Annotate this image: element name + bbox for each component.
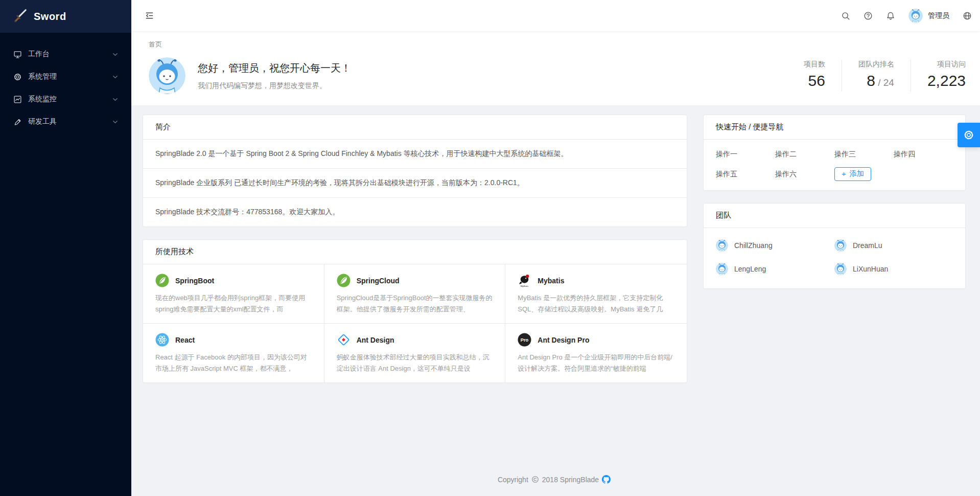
breadcrumb[interactable]: 首页 [149, 40, 162, 49]
search-icon[interactable] [841, 11, 850, 20]
tech-name: Ant Design Pro [538, 336, 589, 344]
app-logo[interactable]: Sword [0, 0, 131, 33]
username: 管理员 [928, 11, 949, 20]
chevron-down-icon [112, 52, 118, 57]
content-columns: 简介 SpringBlade 2.0 是一个基于 Spring Boot 2 &… [143, 115, 966, 383]
chevron-down-icon [112, 74, 118, 80]
team-member[interactable]: ChillZhuang [716, 239, 834, 252]
content-area: 简介 SpringBlade 2.0 是一个基于 Spring Boot 2 &… [131, 105, 980, 496]
cartoon-avatar-image [149, 57, 185, 94]
cartoon-avatar-image [716, 239, 728, 252]
member-name: DreamLu [853, 241, 882, 250]
tech-tile-ant-design: Ant Design 蚂蚁金服体验技术部经过大量的项目实践和总结，沉淀出设计语言… [324, 324, 506, 382]
react-icon [155, 333, 169, 347]
user-avatar [908, 9, 923, 23]
cartoon-avatar-image [908, 9, 923, 23]
svg-text:MyBatis: MyBatis [521, 285, 529, 287]
stat-value: 56 [804, 72, 825, 92]
quick-link-6[interactable]: 操作六 [775, 170, 797, 179]
team-member[interactable]: LengLeng [716, 263, 834, 275]
springcloud-icon [337, 274, 351, 287]
tech-desc: React 起源于 Facebook 的内部项目，因为该公司对市场上所有 Jav… [155, 352, 312, 374]
member-name: LiXunHuan [853, 265, 888, 273]
stat-value: 2,223 [927, 72, 966, 92]
tech-name: SpringCloud [357, 277, 400, 285]
intro-line: SpringBlade 2.0 是一个基于 Spring Boot 2 & Sp… [143, 140, 687, 169]
quick-start-title: 快速开始 / 便捷导航 [704, 115, 965, 140]
quick-link-4[interactable]: 操作四 [894, 150, 915, 159]
sidebar-item-label: 系统监控 [28, 95, 57, 104]
tech-card: 所使用技术 SpringBoot 现在的web项目几乎都会用到spring框架，… [143, 239, 687, 383]
sidebar-item-dev-tools[interactable]: 研发工具 [0, 110, 131, 133]
team-member[interactable]: LiXunHuan [834, 263, 953, 275]
globe-icon[interactable] [963, 11, 972, 20]
sidebar: Sword 工作台 系统管理 [0, 0, 131, 496]
top-header: 管理员 [131, 0, 980, 31]
quick-link-2[interactable]: 操作二 [775, 150, 797, 159]
cartoon-avatar-image [834, 239, 847, 252]
welcome-avatar [149, 57, 185, 94]
sidebar-item-label: 工作台 [28, 50, 50, 59]
intro-line: SpringBlade 企业版系列 已通过长时间生产环境的考验，现将其拆分出基础… [143, 169, 687, 198]
bell-icon[interactable] [886, 11, 895, 20]
tech-tile-react: React React 起源于 Facebook 的内部项目，因为该公司对市场上… [143, 324, 324, 382]
chevron-down-icon [112, 119, 118, 125]
plus-icon: + [842, 170, 846, 177]
quick-link-1[interactable]: 操作一 [716, 150, 737, 159]
sidebar-item-workbench[interactable]: 工作台 [0, 43, 131, 65]
sidebar-item-system-management[interactable]: 系统管理 [0, 65, 131, 88]
tech-tile-ant-design-pro: Pro Ant Design Pro Ant Design Pro 是一个企业级… [505, 324, 687, 382]
add-button[interactable]: + 添加 [834, 167, 871, 181]
member-name: LengLeng [734, 265, 766, 273]
quick-link-5[interactable]: 操作五 [716, 170, 737, 179]
welcome-text: 您好，管理员，祝您开心每一天！ 我们用代码编写梦想，用梦想改变世界。 [198, 61, 351, 91]
team-member[interactable]: DreamLu [834, 239, 953, 252]
tech-desc: 现在的web项目几乎都会用到spring框架，而要使用spring难免需要配置大… [155, 292, 312, 315]
member-avatar [716, 239, 728, 252]
chart-icon [13, 95, 22, 104]
stats-bar: 项目数 56 团队内排名 8 / 24 项目访问 2,223 [787, 60, 966, 92]
quick-link-3[interactable]: 操作三 [834, 150, 856, 159]
cartoon-avatar-image [834, 263, 847, 275]
settings-fab[interactable] [958, 123, 980, 147]
tech-desc: MyBatis 是一款优秀的持久层框架，它支持定制化 SQL、存储过程以及高级映… [518, 292, 674, 315]
github-icon[interactable] [602, 475, 611, 484]
page-header: 首页 您好，管理员，祝您开心每一天！ 我们用代码编写梦想，用梦想改变世界。 项目… [131, 31, 980, 105]
tech-name: Mybatis [538, 277, 564, 285]
monitor-icon [13, 50, 22, 59]
tech-desc: Ant Design Pro 是一个企业级开箱即用的中后台前端/设计解决方案。符… [518, 352, 674, 374]
tech-desc: 蚂蚁金服体验技术部经过大量的项目实践和总结，沉淀出设计语言 Ant Design… [337, 352, 493, 374]
tech-card-title: 所使用技术 [143, 240, 687, 264]
welcome-subtitle: 我们用代码编写梦想，用梦想改变世界。 [198, 81, 351, 91]
gear-icon [963, 129, 974, 141]
copyright-text: Copyright [498, 476, 528, 484]
app-title: Sword [34, 11, 66, 22]
tech-desc: SpringCloud是基于SpringBoot的一整套实现微服务的框架。他提供… [337, 292, 493, 315]
page-footer: Copyright 2018 SpringBlade [143, 466, 966, 496]
team-card: 团队 ChillZhuang [703, 203, 966, 289]
tech-tile-mybatis: MyBatis Mybatis MyBatis 是一款优秀的持久层框架，它支持定… [505, 264, 687, 324]
stat-project-visits: 项目访问 2,223 [911, 60, 966, 92]
copyright-icon [531, 476, 539, 483]
help-icon[interactable] [864, 11, 873, 20]
tech-tile-springboot: SpringBoot 现在的web项目几乎都会用到spring框架，而要使用sp… [143, 264, 324, 324]
chevron-down-icon [112, 97, 118, 102]
stat-label: 项目数 [804, 60, 825, 69]
collapse-menu-icon[interactable] [145, 11, 154, 20]
stat-label: 团队内排名 [858, 60, 894, 69]
intro-card-title: 简介 [143, 115, 687, 140]
stat-team-rank: 团队内排名 8 / 24 [842, 60, 911, 92]
ant-design-pro-icon: Pro [518, 333, 531, 347]
sidebar-item-system-monitor[interactable]: 系统监控 [0, 88, 131, 110]
tech-grid: SpringBoot 现在的web项目几乎都会用到spring框架，而要使用sp… [143, 264, 687, 382]
tech-tile-springcloud: SpringCloud SpringCloud是基于SpringBoot的一整套… [324, 264, 506, 324]
pen-tool-icon [13, 118, 22, 126]
intro-line: SpringBlade 技术交流群号：477853168。欢迎大家加入。 [143, 198, 687, 227]
mybatis-icon: MyBatis [518, 274, 531, 287]
member-avatar [834, 263, 847, 275]
welcome-title: 您好，管理员，祝您开心每一天！ [198, 61, 351, 75]
quick-links-grid: 操作一 操作二 操作三 操作四 操作五 操作六 + 添加 [704, 140, 965, 190]
right-column: 快速开始 / 便捷导航 操作一 操作二 操作三 操作四 操作五 操作六 + 添加 [703, 115, 966, 289]
main-area: 管理员 首页 您好，管理员，祝您开心每一天！ 我们用代码编写梦想，用梦 [131, 0, 980, 496]
user-menu[interactable]: 管理员 [908, 9, 949, 23]
